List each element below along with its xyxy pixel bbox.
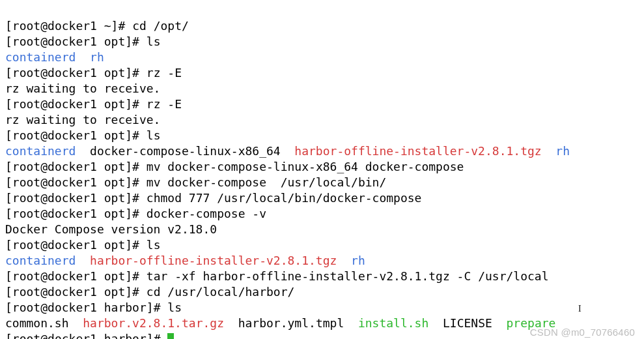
- terminal-line: [root@docker1 opt]# chmod 777 /usr/local…: [5, 191, 421, 205]
- terminal-line: [root@docker1 opt]# ls: [5, 35, 160, 48]
- ls-output: containerd docker-compose-linux-x86_64 h…: [5, 144, 570, 158]
- terminal-line: [root@docker1 ~]# cd /opt/: [5, 19, 189, 33]
- terminal-line: [root@docker1 harbor]# ls: [5, 301, 182, 314]
- terminal-line: [root@docker1 opt]# rz -E: [5, 66, 182, 80]
- terminal-line: [root@docker1 opt]# mv docker-compose-li…: [5, 160, 464, 173]
- terminal-line: [root@docker1 opt]# ls: [5, 238, 160, 252]
- terminal-line: [root@docker1 harbor]#: [5, 332, 174, 339]
- ls-output: containerd rh: [5, 50, 104, 64]
- terminal-line: rz waiting to receive.: [5, 81, 160, 95]
- terminal-line: [root@docker1 opt]# cd /usr/local/harbor…: [5, 285, 294, 299]
- dir-entry: rh: [351, 254, 365, 267]
- cursor-icon: [167, 333, 174, 339]
- terminal-line: [root@docker1 opt]# mv docker-compose /u…: [5, 175, 386, 189]
- terminal-line: [root@docker1 opt]# rz -E: [5, 97, 182, 111]
- ls-output: containerd harbor-offline-installer-v2.8…: [5, 254, 365, 267]
- terminal-line: [root@docker1 opt]# ls: [5, 128, 160, 142]
- file-entry: harbor.yml.tmpl: [238, 316, 344, 330]
- file-entry: docker-compose-linux-x86_64: [90, 144, 281, 158]
- archive-entry: harbor.v2.8.1.tar.gz: [83, 316, 224, 330]
- text-cursor-icon: I: [578, 301, 581, 317]
- terminal-line: [root@docker1 opt]# docker-compose -v: [5, 207, 266, 220]
- dir-entry: rh: [555, 144, 570, 158]
- dir-entry: containerd: [5, 254, 76, 267]
- terminal-output[interactable]: [root@docker1 ~]# cd /opt/ [root@docker1…: [0, 0, 644, 339]
- terminal-line: [root@docker1 opt]# tar -xf harbor-offli…: [5, 269, 549, 283]
- file-entry: common.sh: [5, 316, 69, 330]
- watermark-text: CSDN @m0_70766460: [530, 327, 635, 338]
- dir-entry: containerd: [5, 50, 76, 64]
- terminal-line: Docker Compose version v2.18.0: [5, 222, 217, 236]
- terminal-line: rz waiting to receive.: [5, 113, 160, 126]
- dir-entry: rh: [90, 50, 104, 64]
- ls-output: common.sh harbor.v2.8.1.tar.gz harbor.ym…: [5, 316, 555, 330]
- archive-entry: harbor-offline-installer-v2.8.1.tgz: [294, 144, 541, 158]
- archive-entry: harbor-offline-installer-v2.8.1.tgz: [90, 254, 337, 267]
- exec-entry: install.sh: [358, 316, 428, 330]
- file-entry: LICENSE: [443, 316, 492, 330]
- dir-entry: containerd: [5, 144, 76, 158]
